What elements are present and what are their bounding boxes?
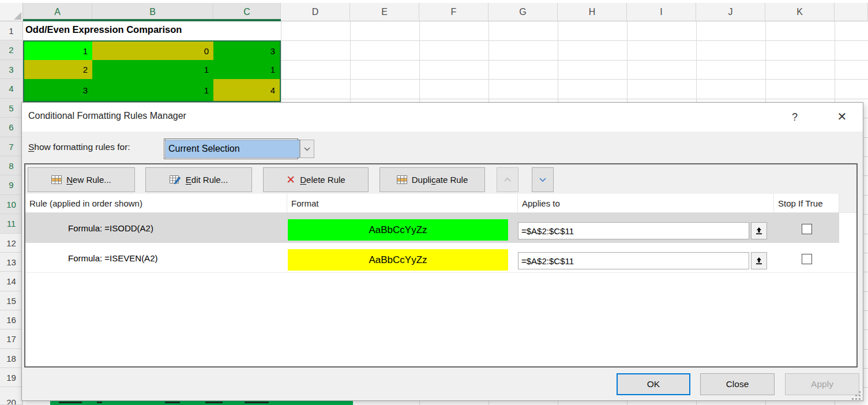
resize-grip[interactable] [852,391,854,393]
collapse-dialog-button[interactable] [751,222,767,239]
show-rules-label: Show formatting rules for: [28,142,130,152]
row-header-3[interactable]: 3 [0,60,23,79]
chevron-down-icon [539,177,547,182]
selection-range-border [23,40,281,102]
row20-text-fragment [165,402,180,403]
chevron-down-icon [304,147,310,151]
new-rule-label: New Rule... [66,175,111,185]
dialog-title: Conditional Formatting Rules Manager [28,111,186,121]
close-button[interactable]: Close [700,373,775,395]
move-rule-down-button[interactable] [532,167,554,192]
format-preview-yellow: AaBbCcYyZz [288,249,508,271]
select-all-triangle-icon [14,12,21,20]
header-filler [839,194,856,212]
column-header-i[interactable]: I [627,3,696,21]
rules-list-frame: New Rule... Edit Rule... ✕ Delete Rule D… [24,163,858,367]
row20-text-fragment [245,402,269,403]
delete-rule-label: Delete Rule [300,175,345,185]
table-pencil-icon [170,175,181,185]
row-header-10[interactable]: 10 [0,195,23,214]
new-rule-button[interactable]: New Rule... [28,167,135,192]
row20-text-fragment [205,402,223,403]
column-header-h[interactable]: H [558,3,627,21]
ok-button[interactable]: OK [617,373,690,395]
conditional-formatting-rules-manager-dialog: Conditional Formatting Rules Manager ? ✕… [21,102,863,401]
column-header-d[interactable]: D [281,3,350,21]
red-x-icon: ✕ [286,174,295,185]
dialog-titlebar[interactable]: Conditional Formatting Rules Manager ? ✕ [22,103,863,132]
row-header-20[interactable]: 20 [0,387,23,405]
row-header-19[interactable]: 19 [0,368,23,387]
column-header-k[interactable]: K [765,3,835,21]
move-rule-up-button[interactable] [497,167,518,192]
row-header-9[interactable]: 9 [0,175,23,195]
rules-table-header: Rule (applied in order shown) Format App… [25,194,856,213]
close-icon[interactable]: ✕ [834,108,850,125]
collapse-dialog-button[interactable] [751,252,767,269]
cell-a1-title[interactable]: Odd/Even Expression Comparison [25,24,182,35]
excel-window: A B C D E F G H I J K 1 2 3 4 5 6 7 8 9 … [0,0,868,405]
dropdown-selected-value: Current Selection [166,140,299,158]
header-format: Format [287,194,518,212]
row-header-11[interactable]: 11 [0,214,23,234]
delete-rule-button[interactable]: ✕ Delete Rule [263,167,369,192]
row-header-4[interactable]: 4 [0,79,23,99]
collapse-arrow-icon [754,226,764,235]
table-icon [397,175,407,184]
row20-green-cells [50,401,353,405]
column-header-g[interactable]: G [489,3,558,21]
row-header-14[interactable]: 14 [0,272,23,291]
row-header-5[interactable]: 5 [0,99,23,118]
select-all-corner[interactable] [0,3,23,21]
rule-row-isodd[interactable]: Formula: =ISODD(A2) AaBbCcYyZz [25,213,856,243]
format-preview-green: AaBbCcYyZz [288,219,508,241]
row-header-1[interactable]: 1 [0,21,23,40]
collapse-arrow-icon [754,256,764,265]
row-header-7[interactable]: 7 [0,137,23,156]
row-header-18[interactable]: 18 [0,349,23,368]
row20-text-fragment [59,402,82,403]
selected-columns-underline [23,19,281,21]
duplicate-rule-label: Duplicate Rule [412,175,468,185]
row20-text-fragment [97,402,102,403]
chevron-up-icon [503,177,512,182]
column-header-j[interactable]: J [696,3,765,21]
rule-description: Formula: =ISODD(A2) [68,213,153,243]
edit-rule-label: Edit Rule... [186,175,228,185]
table-icon [51,175,62,184]
header-rule: Rule (applied in order shown) [25,194,287,212]
rule-description: Formula: =ISEVEN(A2) [68,243,157,273]
row-header-12[interactable]: 12 [0,234,23,253]
rule-row-iseven[interactable]: Formula: =ISEVEN(A2) AaBbCcYyZz [25,243,856,273]
header-stop-if-true: Stop If True [774,194,839,212]
help-icon[interactable]: ? [787,109,803,125]
row-header-6[interactable]: 6 [0,118,23,137]
applies-to-input[interactable] [518,222,749,239]
column-header-f[interactable]: F [419,3,489,21]
row-header-8[interactable]: 8 [0,156,23,175]
show-rules-dropdown[interactable]: Current Selection [164,138,298,159]
stop-if-true-checkbox[interactable] [802,224,812,234]
column-header-e[interactable]: E [350,3,419,21]
applies-to-input[interactable] [518,252,749,269]
edit-rule-button[interactable]: Edit Rule... [145,167,252,192]
row-header-16[interactable]: 16 [0,310,23,329]
dropdown-arrow-button[interactable] [300,140,314,158]
stop-if-true-checkbox[interactable] [802,254,812,264]
row-header-2[interactable]: 2 [0,40,23,60]
duplicate-rule-button[interactable]: Duplicate Rule [379,167,485,192]
row-header-13[interactable]: 13 [0,253,23,272]
rules-toolbar: New Rule... Edit Rule... ✕ Delete Rule D… [25,164,856,194]
apply-button[interactable]: Apply [785,373,859,395]
row-header-15[interactable]: 15 [0,291,23,310]
row-header-17[interactable]: 17 [0,329,23,349]
column-header-partial[interactable] [835,3,868,21]
header-applies-to: Applies to [518,194,774,212]
